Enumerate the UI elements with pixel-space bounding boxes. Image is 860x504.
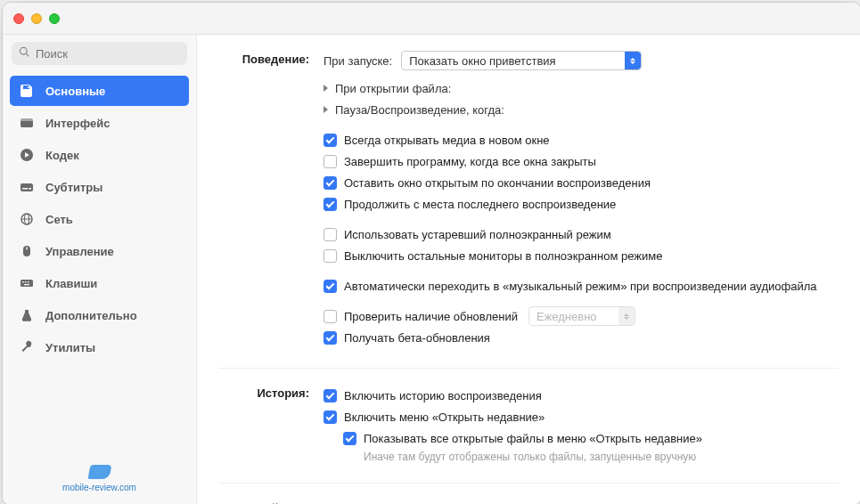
disclosure-triangle-icon: [324, 85, 328, 92]
minimize-window-button[interactable]: [31, 13, 42, 24]
search-icon: [19, 46, 36, 61]
svg-rect-10: [26, 248, 27, 250]
at-launch-label: При запуске:: [324, 54, 392, 68]
sidebar-item-keys[interactable]: Клавиши: [10, 268, 189, 298]
sidebar-item-codec[interactable]: Кодек: [10, 140, 189, 170]
checkbox-recent-menu[interactable]: [324, 411, 337, 424]
sidebar: Основные Интерфейс Кодек Субтитры Сеть: [3, 35, 197, 504]
svg-rect-4: [22, 188, 28, 190]
checkbox-quit-when-closed[interactable]: [324, 155, 337, 168]
checkbox-beta[interactable]: [324, 331, 337, 345]
logo-icon: [87, 465, 111, 479]
check-label: Проверить наличие обновлений: [344, 310, 518, 323]
section-label-playlist: Плейлист:: [218, 500, 324, 504]
disclosure-triangle-icon: [324, 106, 328, 113]
checkbox-check-updates[interactable]: [324, 310, 337, 323]
sidebar-item-control[interactable]: Управление: [10, 236, 189, 266]
flask-icon: [19, 307, 35, 323]
sidebar-item-label: Дополнительно: [45, 309, 137, 322]
sidebar-item-utilities[interactable]: Утилиты: [10, 332, 189, 362]
play-icon: [19, 147, 35, 163]
traffic-lights: [13, 13, 60, 24]
sidebar-item-advanced[interactable]: Дополнительно: [10, 300, 189, 330]
subtitle-icon: [19, 179, 35, 195]
checkbox-blackout-monitors[interactable]: [324, 249, 337, 263]
update-interval-select: Ежедневно: [528, 306, 635, 326]
checkbox-always-new-window[interactable]: [324, 134, 337, 147]
dropdown-icon: [618, 307, 635, 325]
search-field[interactable]: [12, 42, 187, 65]
check-label: Использовать устаревший полноэкранный ре…: [344, 228, 611, 241]
sidebar-item-label: Интерфейс: [45, 117, 110, 130]
disclosure-label: При открытии файла:: [335, 82, 451, 95]
disclosure-open-file[interactable]: При открытии файла:: [324, 77, 840, 99]
divider: [218, 483, 840, 484]
preferences-window: Основные Интерфейс Кодек Субтитры Сеть: [2, 2, 860, 504]
wrench-icon: [19, 339, 35, 355]
globe-icon: [19, 211, 35, 227]
check-label: Показывать все открытые файлы в меню «От…: [364, 432, 702, 445]
check-label: Включить историю воспроизведения: [344, 389, 542, 402]
sidebar-item-network[interactable]: Сеть: [10, 204, 189, 234]
footer-branding: mobile-review.com: [3, 456, 196, 504]
sidebar-item-label: Сеть: [45, 213, 73, 226]
update-interval-value: Ежедневно: [529, 310, 618, 323]
section-label-history: История:: [218, 385, 324, 463]
search-input[interactable]: [36, 47, 180, 61]
titlebar: [3, 3, 860, 35]
checkbox-enable-history[interactable]: [324, 389, 337, 402]
checkbox-legacy-fullscreen[interactable]: [324, 228, 337, 241]
dropdown-icon: [625, 52, 641, 69]
check-label: Оставить окно открытым по окончании восп…: [344, 176, 651, 190]
sidebar-item-subtitles[interactable]: Субтитры: [10, 172, 189, 202]
sidebar-item-label: Основные: [45, 85, 105, 98]
svg-rect-3: [20, 183, 33, 191]
mouse-icon: [19, 243, 35, 259]
check-label: Выключить остальные мониторы в полноэкра…: [344, 249, 662, 263]
hint-text: Иначе там будут отображены только файлы,…: [364, 451, 840, 463]
check-label: Всегда открывать медиа в новом окне: [344, 134, 550, 147]
close-window-button[interactable]: [13, 13, 24, 24]
disclosure-label: Пауза/Воспроизведение, когда:: [335, 103, 504, 117]
svg-rect-5: [29, 188, 31, 190]
content-pane: Поведение: При запуске: Показать окно пр…: [197, 35, 860, 504]
at-launch-select[interactable]: Показать окно приветствия: [401, 51, 642, 70]
sidebar-item-general[interactable]: Основные: [10, 76, 189, 106]
checkbox-show-all-files[interactable]: [343, 432, 356, 445]
sidebar-item-label: Клавиши: [45, 277, 97, 290]
section-label-behavior: Поведение:: [218, 51, 324, 348]
svg-rect-13: [25, 281, 27, 283]
checkbox-music-mode[interactable]: [324, 280, 337, 293]
checkbox-keep-open[interactable]: [324, 176, 337, 190]
svg-rect-1: [20, 118, 33, 121]
disk-icon: [19, 83, 35, 99]
checkbox-resume[interactable]: [324, 198, 337, 211]
window-icon: [19, 115, 35, 131]
check-label: Получать бета-обновления: [344, 331, 490, 345]
at-launch-value: Показать окно приветствия: [402, 54, 625, 68]
check-label: Продолжить с места последнего воспроизве…: [344, 198, 616, 211]
keyboard-icon: [19, 275, 35, 291]
check-label: Завершить программу, когда все окна закр…: [344, 155, 596, 168]
divider: [218, 368, 840, 369]
footer-text: mobile-review.com: [62, 483, 136, 492]
svg-rect-12: [22, 281, 24, 283]
sidebar-item-ui[interactable]: Интерфейс: [10, 108, 189, 138]
check-label: Автоматически переходить в «музыкальный …: [344, 280, 817, 293]
zoom-window-button[interactable]: [49, 13, 60, 24]
sidebar-item-label: Кодек: [45, 149, 79, 162]
disclosure-pause-play[interactable]: Пауза/Воспроизведение, когда:: [324, 99, 840, 120]
sidebar-item-label: Субтитры: [45, 181, 102, 194]
sidebar-item-label: Управление: [45, 245, 114, 258]
svg-rect-15: [24, 284, 29, 285]
svg-rect-14: [28, 281, 29, 283]
sidebar-item-label: Утилиты: [45, 341, 95, 354]
check-label: Включить меню «Открыть недавние»: [344, 411, 545, 424]
svg-rect-11: [20, 280, 33, 287]
